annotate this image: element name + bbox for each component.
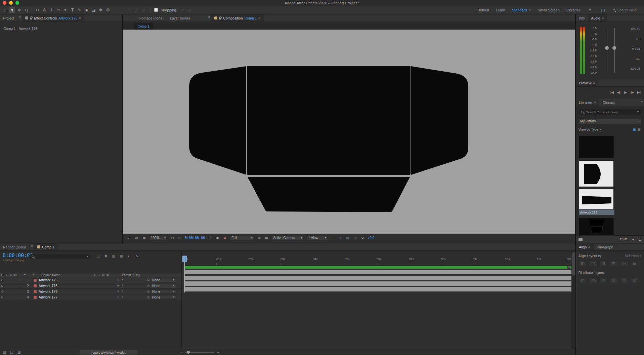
add-content-icon[interactable] [578,238,583,241]
snapshot-icon[interactable]: ✇ [208,236,212,240]
workspace-standard[interactable]: Standard [512,8,527,12]
expander-icon[interactable]: › [18,284,22,287]
parent-dropdown[interactable]: None▾ [151,284,176,288]
trash-icon[interactable] [639,238,641,241]
layer-duration-bar[interactable] [184,281,571,286]
parent-column-header[interactable]: Parent & Link [122,273,140,277]
sampling-toggle-icon[interactable]: ∖ [120,284,125,287]
parent-dropdown[interactable]: None▾ [151,295,176,300]
sampling-toggle-icon[interactable]: ∖ [120,278,125,282]
next-frame-button[interactable]: |▶ [630,90,635,94]
tab-audio[interactable]: Audio ≡ [588,14,607,22]
play-button[interactable]: ▶ [623,90,628,94]
align-left-button[interactable]: ◧ [578,261,587,266]
source-name-column-header[interactable]: Source Name [42,273,60,277]
align-vertical-center-button[interactable]: ◫ [620,261,629,266]
composition-canvas[interactable] [123,30,575,234]
lock-column-icon[interactable]: ⊠ [13,273,17,277]
tab-align[interactable]: Align ≡ [576,243,594,250]
layer-name[interactable]: Artwork 175 [39,278,57,282]
library-item-thumbnail-selected[interactable] [579,189,614,209]
expander-icon[interactable]: › [18,290,22,293]
close-icon[interactable]: × [30,243,34,248]
audio-column-icon[interactable]: ♪ [4,273,9,277]
fx-column-header[interactable]: fx [101,273,105,277]
layer-row[interactable]: ⊙ › 3 Artwork 176 ✳ ∖ ◎ None▾ [0,289,181,294]
panel-menu-icon[interactable]: ≡ [593,81,595,85]
view-by-dropdown[interactable]: View by Type [578,128,598,131]
expander-icon[interactable]: › [18,295,22,299]
quality-toggle-icon[interactable]: ✳ [116,284,120,287]
library-search-field[interactable]: ▾ [578,109,641,115]
pan-behind-tool-icon[interactable]: ✛ [48,7,54,13]
layer-duration-bar[interactable] [184,287,571,291]
tab-project[interactable]: Project [0,14,17,22]
workspace-libraries[interactable]: Libraries [566,8,581,12]
distribute-horizontal-center-button[interactable]: ▥ [620,277,629,283]
show-channels-icon[interactable]: ✿ [222,236,227,240]
mini-flowchart-icon[interactable]: ◫ [96,253,100,258]
region-of-interest-icon[interactable]: ▭ [257,236,261,240]
sampling-toggle-icon[interactable]: ∖ [120,290,125,293]
cloud-sync-icon[interactable]: ☁ [631,237,635,242]
view-layout-dropdown[interactable]: 1 View▾ [306,235,328,240]
align-right-button[interactable]: ◨ [599,261,608,266]
tab-character[interactable]: Charact [599,99,618,106]
snapping-checkbox[interactable] [154,8,158,12]
pickwhip-icon[interactable]: ◎ [146,290,151,293]
label-color-swatch[interactable] [34,284,37,287]
sampling-toggle-icon[interactable]: ∖ [120,295,125,299]
label-color-swatch[interactable] [34,290,37,293]
tab-render-queue[interactable]: Render Queue [0,243,30,250]
panel-menu-icon[interactable]: ≡ [594,101,596,104]
timeline-button-icon[interactable]: ▥ [345,236,350,240]
quality-toggle-icon[interactable]: ✳ [116,295,120,299]
expander-icon[interactable]: › [18,278,22,282]
list-view-icon[interactable]: ▤ [637,127,641,132]
label-column-icon[interactable]: ⚑ [22,273,27,277]
previous-frame-button[interactable]: ◀| [616,90,621,94]
toggle-inout-columns-icon[interactable]: ▥ [17,350,22,355]
reset-exposure-icon[interactable]: ↺ [360,236,365,240]
tab-effect-controls[interactable]: Effect Controls Artwork 175 ≡ [22,14,85,22]
quality-toggle-icon[interactable]: ✳ [116,290,120,293]
rotate-tool-icon[interactable]: ↻ [34,7,40,13]
eraser-tool-icon[interactable]: ◪ [91,7,97,13]
tab-paragraph[interactable]: Paragraph [594,243,616,250]
search-help-input[interactable] [617,8,641,12]
grid-view-icon[interactable]: ▦ [632,127,637,132]
magnification-dropdown[interactable]: 100%▾ [149,235,167,240]
chevron-down-icon[interactable]: ▾ [637,111,639,113]
distribute-vertical-center-button[interactable]: ▤ [589,277,597,283]
rendered-frames-bar[interactable] [184,266,571,269]
align-top-button[interactable]: ◧ [610,261,618,266]
zoom-out-timeline-icon[interactable]: ▲ [181,351,183,354]
eye-icon[interactable]: ⊙ [0,290,4,293]
comp-marker-bin-icon[interactable] [567,266,570,269]
last-frame-button[interactable]: ▶| [637,90,641,94]
library-item-label[interactable]: Artwork 175 [579,209,614,215]
tab-composition[interactable]: Composition Comp 1 ≡ [211,14,264,22]
pickwhip-icon[interactable]: ◎ [146,284,151,287]
layer-name[interactable]: Artwork 176 [39,289,57,293]
camera-tool-icon[interactable]: ✇ [41,7,47,13]
layer-row[interactable]: ⊙ › 4 Artwork 177 ✳ ∖ ◎ None▾ [0,294,181,300]
toggle-switches-modes-button[interactable]: Toggle Switches / Modes [80,350,137,355]
safe-margins-icon[interactable]: ⊞ [177,236,182,240]
draft-3d-icon[interactable]: ❅ [103,253,108,258]
timeline-zoom-knob[interactable] [187,351,190,354]
roto-brush-tool-icon[interactable]: ✾ [98,7,104,13]
transparency-grid-icon[interactable]: ▦ [264,236,269,240]
workspace-default[interactable]: Default [477,8,489,12]
clone-stamp-tool-icon[interactable]: ▣ [84,7,90,13]
channel-strip-icon[interactable]: ▦ [142,236,146,240]
number-column-header[interactable]: # [33,273,34,277]
align-bottom-button[interactable]: ◨ [631,261,639,266]
parent-dropdown[interactable]: None▾ [151,278,176,282]
motion-blur-column-icon[interactable]: ◉ [105,273,110,277]
shape-tool-icon[interactable]: ▭ [55,7,61,13]
eye-icon[interactable]: ⊙ [0,284,4,287]
camera-dropdown[interactable]: Active Camera▾ [271,235,304,240]
eye-icon[interactable]: ⊙ [0,278,4,282]
library-search-input[interactable] [586,110,635,114]
